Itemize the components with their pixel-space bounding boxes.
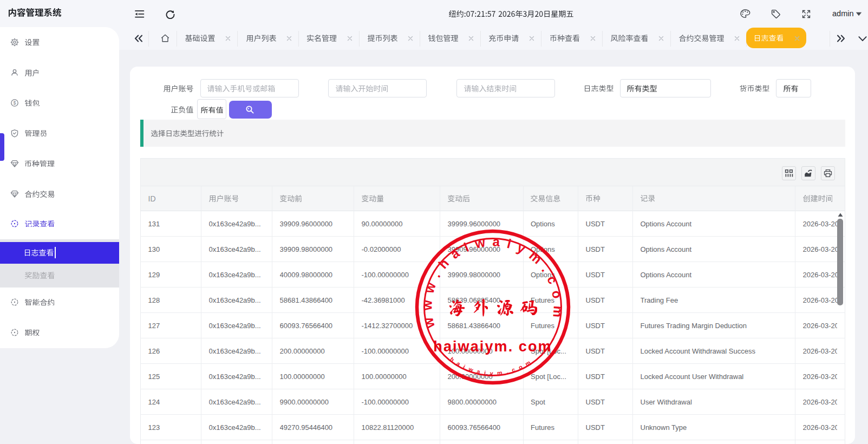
svg-text:a: a: [455, 360, 461, 367]
svg-text:a: a: [492, 234, 500, 249]
svg-text:a: a: [448, 245, 462, 262]
svg-text:o: o: [517, 363, 523, 371]
svg-text:m: m: [550, 305, 565, 318]
svg-text:i: i: [506, 236, 513, 251]
svg-text:m: m: [497, 369, 503, 376]
svg-text:m: m: [524, 359, 532, 367]
svg-text:w: w: [421, 316, 438, 330]
svg-text:w: w: [420, 300, 435, 311]
svg-text:y: y: [490, 370, 493, 376]
svg-text:w: w: [473, 234, 487, 251]
svg-text:h: h: [449, 356, 455, 363]
svg-text:w: w: [421, 280, 439, 295]
svg-text:o: o: [549, 289, 565, 300]
svg-text:$: $: [13, 100, 16, 106]
